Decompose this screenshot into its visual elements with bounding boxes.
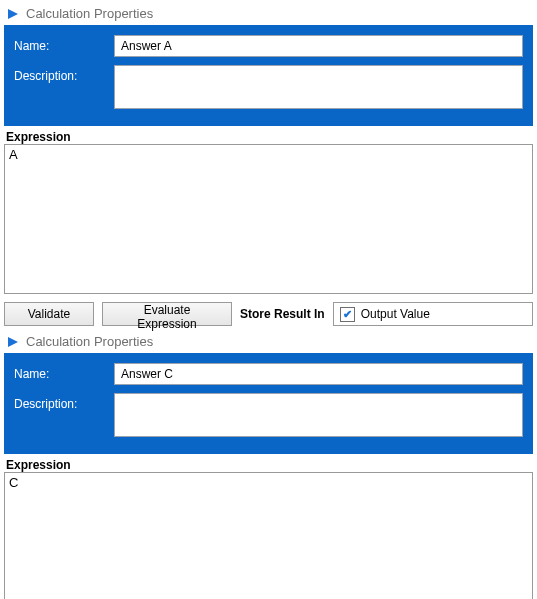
output-value-text: Output Value [361, 307, 430, 321]
properties-block: Name: Description: [4, 25, 533, 126]
name-label: Name: [14, 35, 114, 53]
panel-header: Calculation Properties [4, 4, 533, 25]
name-input[interactable] [114, 35, 523, 57]
description-label: Description: [14, 65, 114, 83]
expression-label: Expression [6, 458, 533, 472]
evaluate-expression-button[interactable]: Evaluate Expression [102, 302, 232, 326]
svg-marker-0 [8, 9, 18, 19]
description-input[interactable] [114, 65, 523, 109]
validate-button[interactable]: Validate [4, 302, 94, 326]
panel-title: Calculation Properties [26, 6, 153, 21]
action-row: Validate Evaluate Expression Store Resul… [4, 302, 533, 326]
calculation-panel: Calculation Properties Name: Description… [4, 4, 533, 326]
properties-block: Name: Description: [4, 353, 533, 454]
calculation-panel: Calculation Properties Name: Description… [4, 332, 533, 599]
check-icon: ✔ [340, 307, 355, 322]
name-label: Name: [14, 363, 114, 381]
description-input[interactable] [114, 393, 523, 437]
expression-input[interactable] [4, 472, 533, 599]
name-input[interactable] [114, 363, 523, 385]
store-result-label: Store Result In [240, 307, 325, 321]
description-label: Description: [14, 393, 114, 411]
panel-header: Calculation Properties [4, 332, 533, 353]
arrow-icon [6, 335, 20, 349]
panel-title: Calculation Properties [26, 334, 153, 349]
expression-label: Expression [6, 130, 533, 144]
expression-input[interactable] [4, 144, 533, 294]
svg-marker-1 [8, 337, 18, 347]
arrow-icon [6, 7, 20, 21]
store-result-field[interactable]: ✔ Output Value [333, 302, 533, 326]
